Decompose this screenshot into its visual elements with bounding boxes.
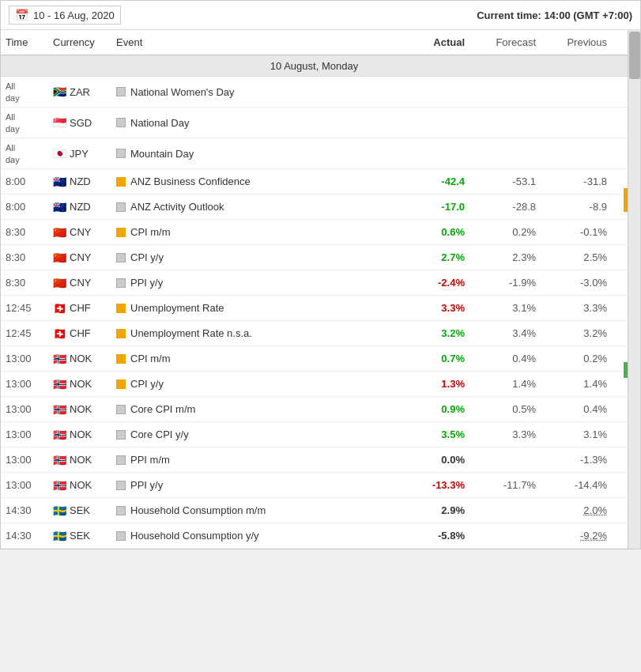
impact-indicator [116,304,126,313]
currency-code: SGD [70,117,92,129]
previous-value: -9.2% [580,530,607,542]
event-name: CPI y/y [130,378,164,390]
row-forecast: 3.4% [471,324,542,342]
currency-code: NOK [70,454,92,466]
side-indicator-orange [624,188,628,212]
impact-indicator [116,177,126,187]
impact-indicator [116,149,126,158]
header-previous: Previous [542,35,613,50]
actual-value: 3.3% [441,302,465,314]
event-name: Core CPI y/y [130,428,189,440]
row-previous [542,150,613,157]
actual-value: -5.8% [438,530,465,542]
row-actual: 3.2% [400,324,471,342]
row-forecast: 3.1% [471,299,542,317]
row-previous: -1.3% [542,451,613,469]
table-row: 12:45🇨🇭CHFUnemployment Rate3.3%3.1%3.3% [1,296,628,321]
currency-code: NOK [70,479,92,491]
actual-value: 2.7% [441,251,465,263]
impact-indicator [116,278,126,288]
row-time: 8:30 [1,223,48,241]
row-event: PPI y/y [111,476,400,494]
scrollbar-thumb[interactable] [629,32,640,79]
row-time: 12:45 [1,299,48,317]
row-forecast: 3.3% [471,425,542,444]
flag-icon: 🇯🇵 [53,147,66,160]
row-forecast: -28.8 [471,198,542,216]
scrollbar[interactable] [628,30,640,549]
row-currency: 🇳🇴NOK [48,375,111,394]
flag-icon: 🇳🇴 [53,454,66,466]
row-time: 8:30 [1,274,48,292]
day-section-header: 10 August, Monday [1,55,628,77]
impact-indicator [116,253,126,262]
event-name: Mountain Day [130,148,194,160]
current-time-value: 14:00 (GMT +7:00) [544,9,632,21]
table-row: 8:30🇨🇳CNYCPI y/y2.7%2.3%2.5% [1,245,628,270]
currency-code: CHF [70,327,91,339]
impact-indicator [116,531,126,541]
flag-icon: 🇳🇴 [53,403,66,416]
row-event: CPI m/m [111,349,400,368]
row-previous: -0.1% [542,223,613,241]
row-forecast: 2.3% [471,248,542,266]
actual-value: 0.9% [441,403,465,415]
row-forecast: 0.2% [471,223,542,241]
currency-code: CNY [70,277,91,289]
row-time: 8:30 [1,248,48,266]
currency-code: NZD [70,201,91,213]
date-range[interactable]: 📅 10 - 16 Aug, 2020 [9,6,121,25]
event-name: Unemployment Rate [130,302,224,314]
row-previous: 0.4% [542,400,613,418]
row-forecast: 0.5% [471,400,542,418]
header-currency: Currency [48,35,111,50]
row-actual [400,119,471,126]
flag-icon: 🇸🇪 [53,504,66,517]
row-previous: 3.3% [542,299,613,317]
row-event: CPI m/m [111,223,400,241]
impact-indicator [116,430,126,440]
impact-indicator [116,87,126,96]
event-name: Household Consumption y/y [130,530,259,542]
row-actual: -13.3% [400,476,471,494]
current-time-label: Current time: [477,9,541,21]
row-forecast [471,508,542,514]
row-forecast [471,533,542,539]
row-actual: 0.7% [400,349,471,368]
side-indicator-green [624,362,628,378]
header-time: Time [1,35,48,50]
table-row: 14:30🇸🇪SEKHousehold Consumption y/y-5.8%… [1,523,628,549]
row-currency: 🇳🇿NZD [48,198,111,217]
flag-icon: 🇳🇿 [53,201,66,213]
flag-icon: 🇨🇭 [53,302,66,315]
row-previous: 3.1% [542,425,613,444]
row-event: PPI y/y [111,274,400,292]
flag-icon: 🇨🇳 [53,251,66,264]
row-currency: 🇸🇪SEK [48,527,111,546]
row-actual [400,150,471,157]
row-forecast: 1.4% [471,375,542,393]
impact-indicator [116,329,126,338]
row-time: 14:30 [1,501,48,519]
table-row: 13:00🇳🇴NOKCore CPI y/y3.5%3.3%3.1% [1,422,628,447]
row-currency: 🇳🇴NOK [48,349,111,368]
row-time: 13:00 [1,400,48,418]
event-name: Household Consumption m/m [130,504,266,516]
currency-code: CNY [70,251,91,263]
flag-icon: 🇨🇭 [53,327,66,340]
row-time: 13:00 [1,451,48,469]
actual-value: 2.9% [441,504,465,516]
event-name: PPI m/m [130,454,170,466]
row-currency: 🇸🇬SGD [48,113,111,132]
currency-code: ZAR [70,86,90,98]
actual-value: 0.6% [441,226,465,238]
table-row: 13:00🇳🇴NOKPPI y/y-13.3%-11.7%-14.4% [1,473,628,498]
row-previous: -9.2% [542,527,613,545]
currency-code: SEK [70,504,90,516]
impact-indicator [116,379,126,389]
row-actual: -17.0 [400,198,471,216]
row-actual [400,89,471,95]
row-time: 13:00 [1,375,48,393]
impact-indicator [116,228,126,237]
row-previous: -14.4% [542,476,613,494]
